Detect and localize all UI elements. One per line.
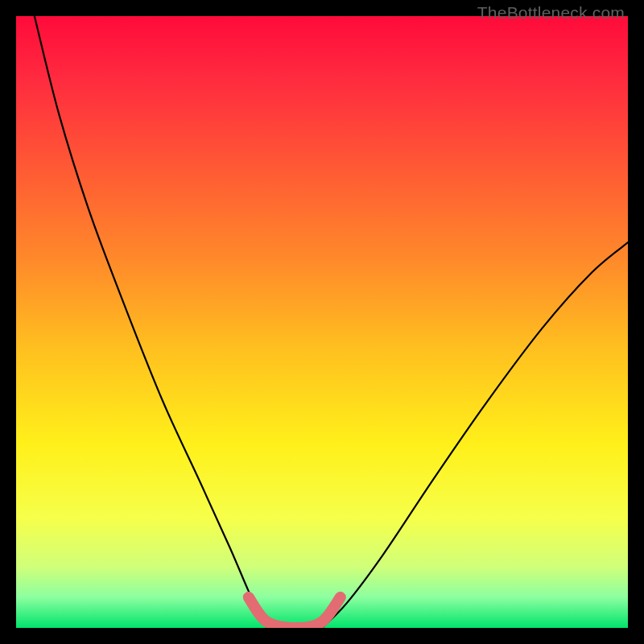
bottom-marker-path	[249, 597, 341, 628]
plot-area	[16, 16, 628, 628]
watermark-text: TheBottleneck.com	[477, 3, 625, 23]
left-curve-path	[35, 16, 267, 628]
chart-frame: TheBottleneck.com	[0, 0, 644, 644]
curve-overlay	[16, 16, 628, 628]
right-curve-path	[322, 242, 628, 628]
